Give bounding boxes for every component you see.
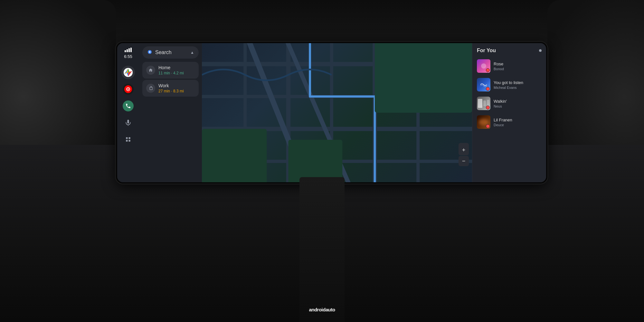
artist-name-1: Micheal Evans [494, 86, 542, 90]
play-indicator-1 [486, 87, 490, 91]
for-you-title: For You [477, 48, 496, 53]
work-name: Work [158, 83, 195, 88]
music-header: For You [472, 46, 546, 57]
home-name: Home [158, 65, 195, 70]
play-indicator [486, 68, 490, 72]
sidebar-phone-button[interactable] [121, 99, 135, 113]
android-auto-logo: androidauto [309, 307, 335, 312]
yt-music-icon [123, 84, 134, 95]
work-info: Work 27 min · 8.3 mi [158, 83, 195, 93]
maps-icon [123, 67, 133, 78]
album-art-rose [477, 59, 490, 73]
song-title-1: You got to listen [494, 80, 542, 85]
play-indicator-2 [486, 106, 490, 109]
mic-icon [125, 119, 131, 126]
music-status-dot [539, 49, 542, 52]
signal-icon [125, 48, 132, 53]
song-info-0: Rose Bonod [494, 62, 542, 71]
screen-bezel: 6:55 [116, 42, 547, 184]
music-item-0[interactable]: Rose Bonod [472, 57, 546, 75]
artist-name-3: Deuce [494, 123, 542, 127]
work-details: 27 min · 8.3 mi [158, 89, 195, 93]
song-title-3: Lil Franen [494, 118, 542, 122]
music-item-1[interactable]: You got to listen Micheal Evans [472, 75, 546, 94]
album-art-lil [477, 115, 490, 129]
zoom-in-button[interactable]: + [459, 145, 469, 155]
svg-rect-27 [288, 140, 342, 182]
album-art-walkin [477, 97, 490, 110]
svg-rect-3 [130, 48, 132, 52]
song-title-2: Walkin' [494, 99, 542, 104]
search-bar[interactable]: Search ▲ [142, 46, 199, 59]
time-display: 6:55 [124, 54, 132, 59]
android-text: android [309, 307, 326, 312]
svg-rect-2 [128, 48, 130, 52]
svg-point-7 [128, 89, 129, 90]
search-maps-icon [147, 50, 153, 55]
work-icon [146, 84, 155, 93]
artist-name-2: Neus [494, 104, 542, 108]
album-art-blue [477, 78, 490, 91]
home-info: Home 11 min · 4.2 mi [158, 65, 195, 75]
play-indicator-3 [486, 124, 490, 128]
home-details: 11 min · 4.2 mi [158, 71, 195, 75]
song-title-0: Rose [494, 62, 542, 66]
car-interior: 6:55 [0, 0, 644, 322]
music-item-3[interactable]: Lil Franen Deuce [472, 113, 546, 131]
svg-rect-25 [375, 43, 472, 113]
home-destination-card[interactable]: Home 11 min · 4.2 mi [142, 62, 199, 79]
grid-icon [125, 137, 131, 142]
search-input-label: Search [155, 50, 188, 55]
sidebar-grid-button[interactable] [121, 133, 135, 146]
svg-rect-10 [126, 140, 128, 142]
sidebar-ytmusic-button[interactable] [121, 82, 135, 96]
svg-rect-26 [202, 129, 267, 182]
music-panel: For You [472, 43, 546, 182]
music-item-2[interactable]: Walkin' Neus [472, 94, 546, 113]
chevron-up-icon: ▲ [190, 50, 194, 55]
auto-text: auto [326, 307, 335, 312]
song-info-2: Walkin' Neus [494, 99, 542, 108]
main-content: Search ▲ Home 11 min · 4.2 mi [139, 43, 546, 182]
song-info-1: You got to listen Micheal Evans [494, 80, 542, 90]
phone-holder: androidauto [299, 177, 345, 322]
svg-rect-11 [129, 140, 130, 142]
svg-rect-9 [129, 137, 130, 139]
song-info-3: Lil Franen Deuce [494, 118, 542, 127]
svg-rect-0 [125, 50, 126, 52]
sidebar-mic-button[interactable] [121, 116, 135, 129]
map-controls: + − [459, 145, 469, 166]
zoom-out-button[interactable]: − [459, 156, 469, 166]
work-destination-card[interactable]: Work 27 min · 8.3 mi [142, 80, 199, 97]
navigation-panel: Search ▲ Home 11 min · 4.2 mi [139, 43, 202, 182]
sidebar-maps-button[interactable] [121, 66, 135, 79]
svg-rect-8 [126, 137, 128, 139]
sidebar: 6:55 [117, 43, 139, 182]
music-list: Rose Bonod [472, 57, 546, 131]
svg-rect-1 [127, 49, 128, 52]
phone-icon [123, 100, 134, 111]
map-area[interactable]: + − [202, 43, 472, 182]
svg-point-13 [149, 51, 151, 53]
map-roads-svg [202, 43, 472, 182]
android-auto-screen: 6:55 [117, 43, 546, 182]
artist-name-0: Bonod [494, 67, 542, 71]
home-icon [146, 66, 155, 75]
